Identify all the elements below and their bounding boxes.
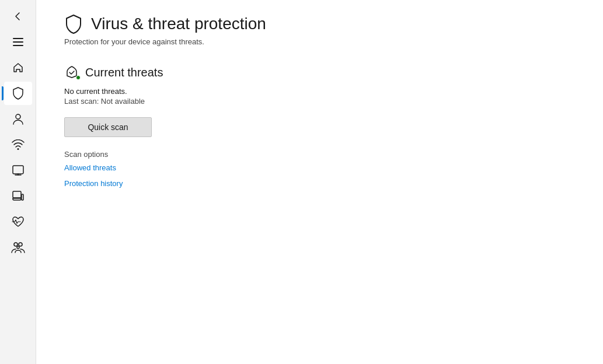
sidebar	[0, 0, 36, 364]
svg-point-10	[17, 246, 19, 249]
svg-point-3	[16, 114, 20, 119]
health-icon	[12, 216, 25, 228]
back-icon	[13, 11, 23, 22]
sidebar-item-home[interactable]	[4, 56, 32, 79]
page-header-icon	[64, 14, 83, 34]
quick-scan-button[interactable]: Quick scan	[64, 117, 152, 137]
sidebar-item-family[interactable]	[4, 236, 32, 259]
sidebar-item-device[interactable]	[4, 184, 32, 208]
page-title: Virus & threat protection	[91, 15, 266, 33]
sidebar-item-app[interactable]	[4, 159, 32, 182]
svg-rect-0	[13, 38, 23, 39]
current-threats-icon	[64, 65, 79, 80]
svg-rect-2	[13, 45, 23, 46]
svg-rect-5	[13, 166, 23, 174]
network-icon	[12, 139, 25, 150]
svg-rect-1	[13, 41, 23, 43]
shield-icon	[12, 87, 24, 100]
sidebar-item-account[interactable]	[4, 107, 32, 131]
menu-icon	[13, 38, 23, 46]
allowed-threats-link[interactable]: Allowed threats	[64, 163, 575, 172]
page-header: Virus & threat protection	[64, 14, 575, 34]
account-icon	[12, 113, 24, 125]
svg-rect-7	[22, 194, 23, 200]
sidebar-item-back[interactable]	[4, 5, 32, 28]
svg-point-9	[19, 243, 22, 246]
sidebar-item-menu[interactable]	[4, 30, 32, 54]
sidebar-item-health[interactable]	[4, 210, 32, 233]
svg-rect-6	[13, 191, 21, 198]
app-icon	[12, 165, 24, 176]
page-subtitle: Protection for your device against threa…	[64, 37, 575, 46]
sidebar-item-shield[interactable]	[4, 82, 32, 105]
main-content: Virus & threat protection Protection for…	[36, 0, 603, 364]
threat-status: No current threats.	[64, 87, 575, 96]
svg-point-4	[17, 148, 19, 150]
sidebar-item-network[interactable]	[4, 133, 32, 156]
last-scan: Last scan: Not available	[64, 97, 575, 106]
svg-point-8	[14, 243, 18, 246]
device-icon	[12, 191, 24, 201]
home-icon	[12, 62, 24, 74]
current-threats-header: Current threats	[64, 65, 575, 80]
family-icon	[11, 242, 25, 253]
scan-options-label: Scan options	[64, 150, 575, 159]
section-title: Current threats	[85, 66, 163, 79]
protection-history-link[interactable]: Protection history	[64, 179, 575, 188]
